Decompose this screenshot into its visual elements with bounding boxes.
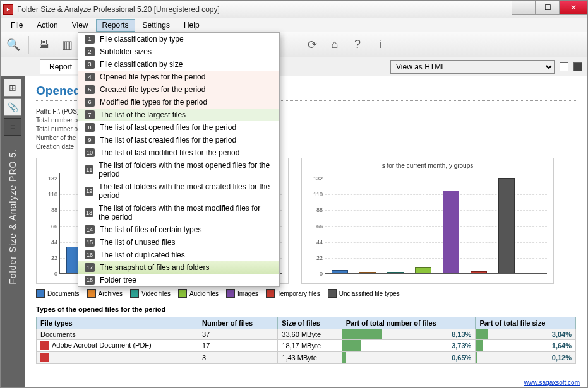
menu-action[interactable]: Action [30,19,64,32]
menu-number-icon: 14 [85,225,95,234]
info-icon[interactable]: i [373,37,388,52]
chart-size-of-files: s for the current month, y groups 022446… [301,158,554,284]
column-header[interactable]: Size of files [278,317,342,329]
reports-menu-item-17[interactable]: 17The snapshot of files and folders [78,261,279,274]
reports-menu-item-18[interactable]: 18Folder tree [78,274,279,286]
reports-menu-item-14[interactable]: 14The list of files of certain types [78,223,279,236]
menu-number-icon: 13 [85,208,93,217]
menu-reports[interactable]: Reports [96,19,135,32]
table-row[interactable]: Adobe Acrobat Document (PDF)1718,17 MByt… [37,340,576,352]
print-icon[interactable]: 🖶 [37,37,52,52]
bar-video-files [387,272,404,273]
menu-number-icon: 7 [85,110,95,119]
reports-dropdown: 1File classification by type2Subfolder s… [78,32,280,287]
reports-menu-item-6[interactable]: 6Modified file types for the period [78,96,279,109]
rail-windows-icon[interactable]: ⊞ [4,79,21,97]
rail-attach-icon[interactable]: 📎 [4,98,21,116]
menu-number-icon: 18 [85,276,95,285]
menu-number-icon: 4 [85,73,95,81]
menu-help[interactable]: Help [177,19,206,32]
legend-item: Images [226,289,258,298]
menu-number-icon: 6 [85,98,95,107]
doc-icon [40,353,49,362]
reports-menu-item-16[interactable]: 16The list of duplicated files [78,249,279,261]
legend-item: Documents [36,289,80,298]
bar-images [443,191,459,273]
legend-item: Video files [130,289,171,298]
reports-menu-item-11[interactable]: 11The list of folders with the most open… [78,159,279,180]
refresh-icon[interactable]: ⟳ [304,37,320,52]
menu-file[interactable]: File [4,19,29,32]
table-section-title: Types of the opened files for the period [36,305,576,313]
footer-link[interactable]: www.sagaxsoft.com [524,379,580,386]
table-row[interactable]: 31,43 MByte0,65%0,12% [37,352,576,364]
legend-item: Unclassified file types [328,289,400,298]
menu-number-icon: 10 [85,148,95,157]
home-icon[interactable]: ⌂ [327,37,342,52]
rail-label: Folder Size & Analyze PRO 5. [8,149,18,285]
bar-temporary-files [471,271,487,273]
menu-number-icon: 5 [85,85,95,94]
reports-menu-item-9[interactable]: 9The list of last created files for the … [78,134,279,146]
bar-documents [332,270,348,273]
reports-menu-item-4[interactable]: 4Opened file types for the period [78,71,279,83]
menu-number-icon: 1 [85,35,95,44]
left-rail: ⊞ 📎 ≡ Folder Size & Analyze PRO 5. [1,76,25,387]
column-header[interactable]: File types [37,317,198,329]
bar-audio-files [415,267,431,273]
column-header[interactable]: Part of total number of files [342,317,476,329]
menu-number-icon: 16 [85,250,95,259]
menu-number-icon: 9 [85,136,95,144]
menu-number-icon: 15 [85,238,95,247]
reports-menu-item-13[interactable]: 13The list of folders with the most modi… [78,202,279,223]
pdf-icon [40,341,49,350]
view-mode-select[interactable]: View as HTML [390,60,555,74]
app-window: F Folder Size & Analyze Professional 5.2… [0,0,588,388]
table-row[interactable]: Documents3733,60 MByte8,13%3,04% [37,329,576,340]
titlebar: F Folder Size & Analyze Professional 5.2… [1,1,587,18]
reports-menu-item-12[interactable]: 12The list of folders with the most crea… [78,180,279,202]
columns-icon[interactable]: ▥ [59,37,75,52]
layout-right-icon[interactable] [573,62,582,71]
reports-menu-item-10[interactable]: 10The list of last modified files for th… [78,146,279,159]
menu-number-icon: 8 [85,123,95,132]
menu-number-icon: 2 [85,47,95,56]
window-controls: — ☐ ✕ [512,1,587,15]
reports-menu-item-3[interactable]: 3File classification by size [78,58,279,71]
app-icon: F [3,4,13,15]
separator [28,36,29,54]
close-button[interactable]: ✕ [560,1,587,15]
column-header[interactable]: Part of total file size [476,317,576,329]
menu-number-icon: 17 [85,263,95,272]
minimize-button[interactable]: — [512,1,536,15]
chart-legend: DocumentsArchivesVideo filesAudio filesI… [36,289,576,298]
reports-menu-item-8[interactable]: 8The list of last opened files for the p… [78,121,279,134]
legend-item: Temporary files [266,289,320,298]
file-types-table: File typesNumber of filesSize of filesPa… [36,317,576,364]
chart2-title: s for the current month, y groups [306,162,549,169]
search-icon[interactable]: 🔍 [6,37,21,52]
menu-number-icon: 3 [85,60,95,69]
menu-number-icon: 11 [85,165,93,174]
menu-number-icon: 12 [85,187,93,196]
rail-document-icon[interactable]: ≡ [4,118,21,136]
reports-menu-item-7[interactable]: 7The list of the largest files [78,109,279,121]
tab-report[interactable]: Report [40,59,81,74]
legend-item: Archives [87,289,123,298]
bar-archives [359,272,376,273]
chart2-plot: 022446688110132 [325,173,547,274]
reports-menu-item-2[interactable]: 2Subfolder sizes [78,45,279,58]
reports-menu-item-15[interactable]: 15The list of unused files [78,236,279,249]
column-header[interactable]: Number of files [198,317,278,329]
bar-unclassified [498,178,515,273]
layout-left-icon[interactable] [560,62,568,71]
menu-settings[interactable]: Settings [136,19,176,32]
help-icon[interactable]: ? [350,37,365,52]
menu-view[interactable]: View [66,19,95,32]
legend-item: Audio files [178,289,219,298]
window-title: Folder Size & Analyze Professional 5.20 … [17,5,585,14]
reports-menu-item-1[interactable]: 1File classification by type [78,33,279,45]
reports-menu-item-5[interactable]: 5Created file types for the period [78,83,279,96]
menubar: FileActionViewReportsSettingsHelp [1,18,587,32]
maximize-button[interactable]: ☐ [536,1,560,15]
